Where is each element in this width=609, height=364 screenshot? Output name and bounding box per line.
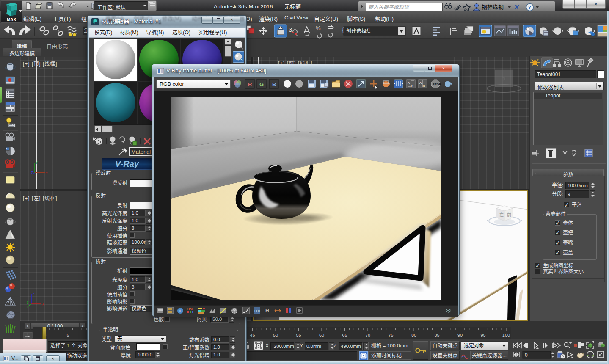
svg-text:前: 前 bbox=[501, 75, 507, 82]
svg-text:85: 85 bbox=[434, 333, 439, 338]
svg-text:左: 左 bbox=[499, 212, 504, 217]
svg-text:B: B bbox=[423, 84, 425, 88]
svg-text:80: 80 bbox=[411, 333, 416, 338]
svg-text:50: 50 bbox=[273, 333, 278, 338]
svg-text:95: 95 bbox=[480, 333, 485, 338]
svg-text:y: y bbox=[27, 299, 29, 304]
svg-text:STOP: STOP bbox=[433, 83, 441, 86]
svg-text:HSL: HSL bbox=[187, 308, 194, 311]
svg-text:%: % bbox=[316, 25, 321, 31]
svg-text:60: 60 bbox=[319, 333, 324, 338]
svg-text:55: 55 bbox=[296, 333, 301, 338]
svg-text:?: ? bbox=[528, 5, 531, 10]
svg-text:X: X bbox=[514, 3, 519, 11]
svg-text:钢神缘钢: 钢神缘钢 bbox=[482, 4, 504, 10]
svg-text:z: z bbox=[32, 292, 34, 296]
svg-text:z: z bbox=[31, 170, 33, 175]
svg-text:前: 前 bbox=[507, 212, 511, 217]
svg-text:创建选择集: 创建选择集 bbox=[346, 28, 372, 34]
svg-text:x: x bbox=[42, 302, 44, 306]
svg-text:y: y bbox=[36, 160, 38, 164]
svg-text:75: 75 bbox=[388, 333, 393, 338]
svg-text:70: 70 bbox=[365, 333, 370, 338]
svg-text:3: 3 bbox=[289, 26, 292, 33]
svg-text:B: B bbox=[272, 81, 276, 88]
svg-text:0: 0 bbox=[525, 352, 528, 358]
svg-text:A: A bbox=[408, 81, 410, 85]
svg-text:A: A bbox=[419, 81, 422, 85]
svg-text:45: 45 bbox=[250, 333, 255, 338]
svg-text:x: x bbox=[46, 171, 48, 175]
svg-text:90: 90 bbox=[457, 333, 463, 338]
svg-text:5: 5 bbox=[66, 333, 69, 338]
svg-text:100: 100 bbox=[502, 333, 510, 338]
svg-text:65: 65 bbox=[342, 333, 347, 338]
svg-text:B: B bbox=[411, 84, 413, 88]
svg-text:H: H bbox=[265, 308, 269, 314]
svg-text:MAX: MAX bbox=[7, 17, 17, 22]
svg-text:i: i bbox=[179, 309, 181, 313]
svg-text:G: G bbox=[259, 81, 264, 88]
svg-text:LUT: LUT bbox=[254, 309, 261, 313]
svg-text:R: R bbox=[248, 81, 252, 88]
